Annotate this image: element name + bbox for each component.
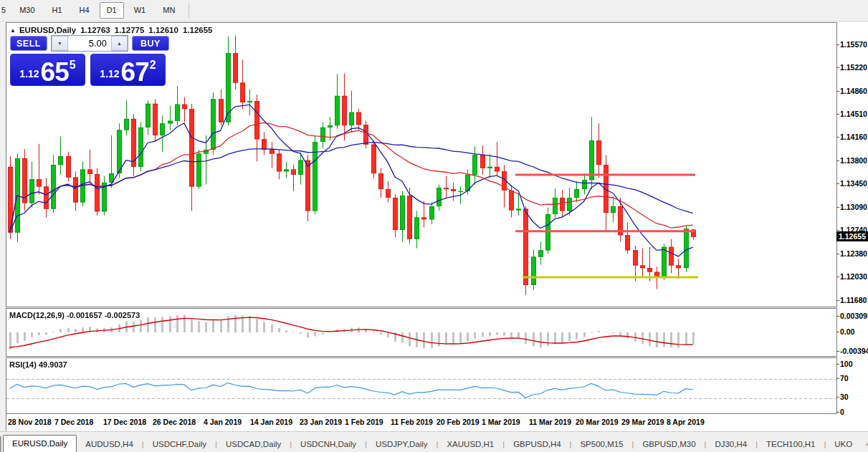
sell-price-prefix: 1.12	[19, 68, 39, 80]
rsi-canvas[interactable]	[6, 358, 836, 413]
tab-uko[interactable]: UKO	[826, 436, 861, 452]
date-axis-label: 1 Feb 2019	[345, 418, 383, 426]
tab-gbpusd-h4[interactable]: GBPUSD,H4	[505, 436, 569, 452]
price-axis-label: 1.11680	[840, 296, 867, 304]
volume-decrease-button[interactable]: ▼	[52, 36, 68, 51]
volume-increase-button[interactable]: ▲	[111, 36, 128, 51]
date-axis-label: 20 Feb 2019	[437, 418, 480, 426]
symbol-label: EURUSD,Daily	[19, 26, 76, 34]
price-axis-label: 1.14160	[840, 133, 867, 141]
price-axis-label: 1.13450	[840, 179, 867, 188]
timeframe-button-d1[interactable]: D1	[100, 2, 124, 19]
price-axis-label: 1.14510	[840, 110, 867, 118]
price-axis-label: 1.13090	[840, 203, 867, 211]
buy-button[interactable]: BUY	[132, 36, 169, 51]
date-axis-label: 11 Feb 2019	[391, 418, 433, 426]
volume-stepper: ▼ 5.00 ▲	[51, 35, 128, 52]
tab-sp500-m15[interactable]: SP500,M15	[571, 436, 631, 452]
date-axis-label: 28 Nov 2018	[8, 418, 52, 426]
rsi-axis-label: 30	[840, 393, 849, 401]
open-value: 1.12763	[80, 26, 110, 34]
chart-tab-strip: EURUSD,DailyAUDUSD,H4|USDCHF,Daily|USDCA…	[0, 431, 868, 452]
price-axis-label: 1.15570	[840, 40, 867, 49]
collapse-triangle-icon[interactable]: ▲	[10, 27, 16, 34]
tab-dj30-h4[interactable]: DJ30,H4	[706, 436, 755, 452]
tab-bar: EURUSD,DailyAUDUSD,H4|USDCHF,Daily|USDCA…	[0, 433, 868, 452]
date-axis-label: 29 Mar 2019	[621, 418, 664, 426]
buy-price-prefix: 1.12	[100, 68, 119, 80]
low-value: 1.12610	[148, 26, 178, 34]
tab-tech100-h1[interactable]: TECH100,H1	[758, 436, 824, 452]
sell-price-big: 65	[41, 62, 69, 83]
timeframe-button-w1[interactable]: W1	[127, 2, 153, 19]
trading-terminal-window: { "toolbar": {"timeframes": ["5","M30","…	[0, 0, 868, 452]
date-axis-label: 1 Mar 2019	[482, 418, 520, 426]
current-price-badge: 1.12655	[836, 231, 868, 241]
macd-axis-label: 0.00	[840, 327, 854, 336]
rsi-label: RSI(14) 49.9037	[9, 360, 67, 369]
timeframe-button-h4[interactable]: H4	[72, 2, 97, 19]
tab-usdcnh-daily[interactable]: USDCNH,Daily	[292, 436, 365, 452]
rsi-axis-label: 0	[840, 408, 844, 416]
date-axis-label: 11 Mar 2019	[529, 418, 571, 426]
macd-label: MACD(12,26,9) -0.001657 -0.002573	[9, 311, 140, 319]
price-axis-label: 1.13800	[840, 156, 867, 165]
tab-scroll-left-button[interactable]: ◄	[861, 436, 868, 452]
tab-usdchf-daily[interactable]: USDCHF,Daily	[144, 436, 215, 452]
tab-xauusd-h1[interactable]: XAUUSD,H1	[438, 436, 502, 452]
rsi-axis-label: 100	[840, 360, 853, 368]
date-axis: 28 Nov 20187 Dec 201817 Dec 201826 Dec 2…	[6, 414, 868, 431]
tab-dock-edge	[0, 436, 1, 452]
tab-audusd-h4[interactable]: AUDUSD,H4	[77, 436, 141, 452]
timeframe-toolbar: 5M30H1H4D1W1MN	[0, 0, 868, 21]
timeframe-button-5[interactable]: 5	[0, 2, 9, 19]
date-axis-label: 23 Jan 2019	[300, 418, 342, 426]
high-value: 1.12775	[115, 26, 145, 34]
date-axis-label: 7 Dec 2018	[54, 418, 93, 426]
tab-usdcad-daily[interactable]: USDCAD,Daily	[217, 436, 290, 452]
price-axis-label: 1.12380	[840, 249, 867, 258]
tab-gbpusd-m30[interactable]: GBPUSD,M30	[634, 436, 704, 452]
sell-quote-panel[interactable]: 1.12 65 5	[10, 54, 85, 86]
timeframe-button-m30[interactable]: M30	[12, 2, 42, 19]
price-axis-label: 1.15220	[840, 63, 867, 72]
macd-axis-label: -0.003947	[840, 347, 868, 355]
timeframe-button-h1[interactable]: H1	[45, 2, 70, 19]
date-axis-label: 26 Dec 2018	[153, 418, 196, 426]
macd-signal-value: -0.002573	[105, 311, 140, 319]
date-axis-label: 14 Jan 2019	[250, 418, 292, 426]
sell-price-sup: 5	[70, 59, 76, 72]
macd-main-value: -0.001657	[67, 311, 102, 319]
date-axis-label: 4 Jan 2019	[204, 418, 242, 426]
price-axis-label: 1.12030	[840, 272, 867, 281]
one-click-trading-widget: SELL ▼ 5.00 ▲ BUY 1.12 65 5 1.12 67 2	[10, 34, 169, 86]
rsi-panel[interactable]	[6, 357, 837, 414]
tab-usdjpy-daily[interactable]: USDJPY,Daily	[367, 436, 437, 452]
date-axis-label: 20 Mar 2019	[576, 418, 619, 426]
sell-button[interactable]: SELL	[10, 36, 47, 51]
timeframe-button-mn[interactable]: MN	[156, 2, 182, 19]
macd-axis-label: 0.003095	[840, 312, 868, 320]
tab-eurusd-daily[interactable]: EURUSD,Daily	[3, 435, 77, 452]
rsi-value: 49.9037	[39, 360, 67, 369]
date-axis-label: 17 Dec 2018	[103, 418, 146, 426]
chart-header: ▲EURUSD,Daily1.127631.127751.126101.1265…	[10, 26, 212, 34]
close-value: 1.12655	[183, 26, 213, 34]
toolbar-separator	[189, 4, 189, 18]
date-axis-label: 8 Apr 2019	[667, 418, 705, 426]
rsi-axis-label: 70	[840, 374, 849, 383]
price-axis-label: 1.14860	[840, 87, 867, 95]
buy-price-big: 67	[121, 62, 149, 83]
volume-input[interactable]: 5.00	[68, 36, 111, 51]
buy-price-sup: 2	[150, 59, 156, 72]
buy-quote-panel[interactable]: 1.12 67 2	[90, 54, 166, 86]
